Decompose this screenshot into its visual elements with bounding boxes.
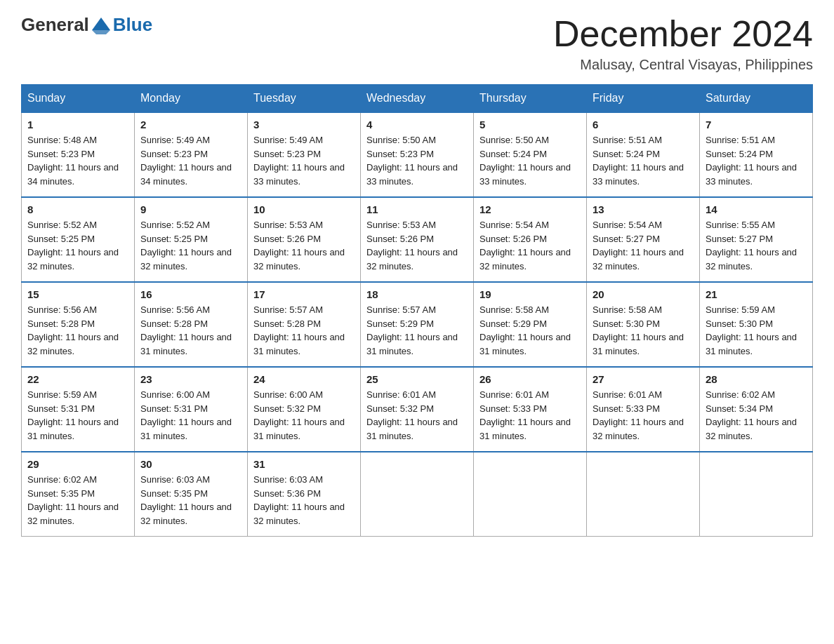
day-number: 27 xyxy=(593,373,694,385)
day-number: 17 xyxy=(253,288,355,300)
day-number: 14 xyxy=(706,203,807,215)
logo-blue: Blue xyxy=(113,14,152,36)
day-info: Sunrise: 5:51 AMSunset: 5:24 PMDaylight:… xyxy=(706,133,807,188)
calendar-cell: 29Sunrise: 6:02 AMSunset: 5:35 PMDayligh… xyxy=(22,452,135,537)
weekday-header: Thursday xyxy=(474,85,587,113)
page-header: General Blue December 2024 Malusay, Cent… xyxy=(21,14,813,73)
calendar-cell xyxy=(700,452,813,537)
day-number: 20 xyxy=(593,288,694,300)
day-number: 21 xyxy=(706,288,807,300)
day-number: 11 xyxy=(366,203,468,215)
weekday-header: Monday xyxy=(135,85,248,113)
calendar-cell: 28Sunrise: 6:02 AMSunset: 5:34 PMDayligh… xyxy=(700,367,813,452)
calendar-cell: 10Sunrise: 5:53 AMSunset: 5:26 PMDayligh… xyxy=(248,197,361,282)
calendar-cell: 15Sunrise: 5:56 AMSunset: 5:28 PMDayligh… xyxy=(22,282,135,367)
calendar-cell: 19Sunrise: 5:58 AMSunset: 5:29 PMDayligh… xyxy=(474,282,587,367)
svg-marker-0 xyxy=(92,18,110,30)
weekday-header: Tuesday xyxy=(248,85,361,113)
calendar-cell: 25Sunrise: 6:01 AMSunset: 5:32 PMDayligh… xyxy=(361,367,474,452)
calendar-cell: 11Sunrise: 5:53 AMSunset: 5:26 PMDayligh… xyxy=(361,197,474,282)
calendar-cell: 18Sunrise: 5:57 AMSunset: 5:29 PMDayligh… xyxy=(361,282,474,367)
calendar-cell: 27Sunrise: 6:01 AMSunset: 5:33 PMDayligh… xyxy=(587,367,700,452)
weekday-header: Friday xyxy=(587,85,700,113)
calendar-cell: 2Sunrise: 5:49 AMSunset: 5:23 PMDaylight… xyxy=(135,112,248,197)
day-info: Sunrise: 5:57 AMSunset: 5:29 PMDaylight:… xyxy=(366,303,468,358)
calendar-cell: 16Sunrise: 5:56 AMSunset: 5:28 PMDayligh… xyxy=(135,282,248,367)
day-info: Sunrise: 5:48 AMSunset: 5:23 PMDaylight:… xyxy=(27,133,128,188)
day-info: Sunrise: 5:52 AMSunset: 5:25 PMDaylight:… xyxy=(27,218,128,273)
day-number: 31 xyxy=(253,458,355,470)
day-info: Sunrise: 6:01 AMSunset: 5:33 PMDaylight:… xyxy=(479,388,581,443)
day-number: 19 xyxy=(479,288,581,300)
calendar-cell: 21Sunrise: 5:59 AMSunset: 5:30 PMDayligh… xyxy=(700,282,813,367)
calendar-cell: 6Sunrise: 5:51 AMSunset: 5:24 PMDaylight… xyxy=(587,112,700,197)
calendar-week-row: 8Sunrise: 5:52 AMSunset: 5:25 PMDaylight… xyxy=(22,197,813,282)
calendar-cell: 12Sunrise: 5:54 AMSunset: 5:26 PMDayligh… xyxy=(474,197,587,282)
day-number: 9 xyxy=(140,203,241,215)
logo-general: General xyxy=(21,14,89,36)
calendar-week-row: 29Sunrise: 6:02 AMSunset: 5:35 PMDayligh… xyxy=(22,452,813,537)
day-info: Sunrise: 5:50 AMSunset: 5:23 PMDaylight:… xyxy=(366,133,468,188)
calendar-cell: 23Sunrise: 6:00 AMSunset: 5:31 PMDayligh… xyxy=(135,367,248,452)
month-title: December 2024 xyxy=(553,14,813,54)
day-number: 8 xyxy=(27,203,128,215)
day-info: Sunrise: 5:51 AMSunset: 5:24 PMDaylight:… xyxy=(593,133,694,188)
title-block: December 2024 Malusay, Central Visayas, … xyxy=(553,14,813,73)
day-number: 18 xyxy=(366,288,468,300)
day-info: Sunrise: 5:54 AMSunset: 5:27 PMDaylight:… xyxy=(593,218,694,273)
day-info: Sunrise: 6:03 AMSunset: 5:36 PMDaylight:… xyxy=(253,473,355,528)
calendar-cell: 20Sunrise: 5:58 AMSunset: 5:30 PMDayligh… xyxy=(587,282,700,367)
weekday-header: Sunday xyxy=(22,85,135,113)
day-number: 23 xyxy=(140,373,241,385)
day-number: 4 xyxy=(366,119,468,130)
calendar-week-row: 1Sunrise: 5:48 AMSunset: 5:23 PMDaylight… xyxy=(22,112,813,197)
day-info: Sunrise: 5:57 AMSunset: 5:28 PMDaylight:… xyxy=(253,303,355,358)
calendar-table: SundayMondayTuesdayWednesdayThursdayFrid… xyxy=(21,84,813,537)
day-info: Sunrise: 5:58 AMSunset: 5:29 PMDaylight:… xyxy=(479,303,581,358)
weekday-header: Wednesday xyxy=(361,85,474,113)
calendar-cell: 1Sunrise: 5:48 AMSunset: 5:23 PMDaylight… xyxy=(22,112,135,197)
day-info: Sunrise: 6:00 AMSunset: 5:31 PMDaylight:… xyxy=(140,388,241,443)
day-number: 1 xyxy=(27,119,128,130)
day-number: 30 xyxy=(140,458,241,470)
day-info: Sunrise: 5:59 AMSunset: 5:30 PMDaylight:… xyxy=(706,303,807,358)
day-info: Sunrise: 6:00 AMSunset: 5:32 PMDaylight:… xyxy=(253,388,355,443)
day-number: 3 xyxy=(253,119,355,130)
calendar-cell xyxy=(361,452,474,537)
day-info: Sunrise: 5:58 AMSunset: 5:30 PMDaylight:… xyxy=(593,303,694,358)
day-info: Sunrise: 5:56 AMSunset: 5:28 PMDaylight:… xyxy=(140,303,241,358)
day-info: Sunrise: 5:56 AMSunset: 5:28 PMDaylight:… xyxy=(27,303,128,358)
svg-marker-1 xyxy=(92,30,110,34)
calendar-cell: 8Sunrise: 5:52 AMSunset: 5:25 PMDaylight… xyxy=(22,197,135,282)
day-info: Sunrise: 5:53 AMSunset: 5:26 PMDaylight:… xyxy=(366,218,468,273)
day-number: 13 xyxy=(593,203,694,215)
calendar-cell: 7Sunrise: 5:51 AMSunset: 5:24 PMDaylight… xyxy=(700,112,813,197)
day-number: 5 xyxy=(479,119,581,130)
day-info: Sunrise: 5:49 AMSunset: 5:23 PMDaylight:… xyxy=(140,133,241,188)
day-number: 2 xyxy=(140,119,241,130)
calendar-cell xyxy=(474,452,587,537)
calendar-cell: 17Sunrise: 5:57 AMSunset: 5:28 PMDayligh… xyxy=(248,282,361,367)
day-info: Sunrise: 5:49 AMSunset: 5:23 PMDaylight:… xyxy=(253,133,355,188)
day-number: 22 xyxy=(27,373,128,385)
calendar-cell: 31Sunrise: 6:03 AMSunset: 5:36 PMDayligh… xyxy=(248,452,361,537)
logo-icon xyxy=(91,15,112,36)
day-number: 29 xyxy=(27,458,128,470)
day-number: 28 xyxy=(706,373,807,385)
calendar-cell: 9Sunrise: 5:52 AMSunset: 5:25 PMDaylight… xyxy=(135,197,248,282)
weekday-header: Saturday xyxy=(700,85,813,113)
day-info: Sunrise: 6:01 AMSunset: 5:33 PMDaylight:… xyxy=(593,388,694,443)
day-number: 12 xyxy=(479,203,581,215)
calendar-cell: 13Sunrise: 5:54 AMSunset: 5:27 PMDayligh… xyxy=(587,197,700,282)
day-info: Sunrise: 5:50 AMSunset: 5:24 PMDaylight:… xyxy=(479,133,581,188)
calendar-cell: 30Sunrise: 6:03 AMSunset: 5:35 PMDayligh… xyxy=(135,452,248,537)
day-number: 7 xyxy=(706,119,807,130)
day-number: 26 xyxy=(479,373,581,385)
day-info: Sunrise: 6:03 AMSunset: 5:35 PMDaylight:… xyxy=(140,473,241,528)
day-info: Sunrise: 6:02 AMSunset: 5:35 PMDaylight:… xyxy=(27,473,128,528)
day-number: 6 xyxy=(593,119,694,130)
day-number: 15 xyxy=(27,288,128,300)
day-number: 25 xyxy=(366,373,468,385)
calendar-cell: 5Sunrise: 5:50 AMSunset: 5:24 PMDaylight… xyxy=(474,112,587,197)
calendar-cell: 14Sunrise: 5:55 AMSunset: 5:27 PMDayligh… xyxy=(700,197,813,282)
